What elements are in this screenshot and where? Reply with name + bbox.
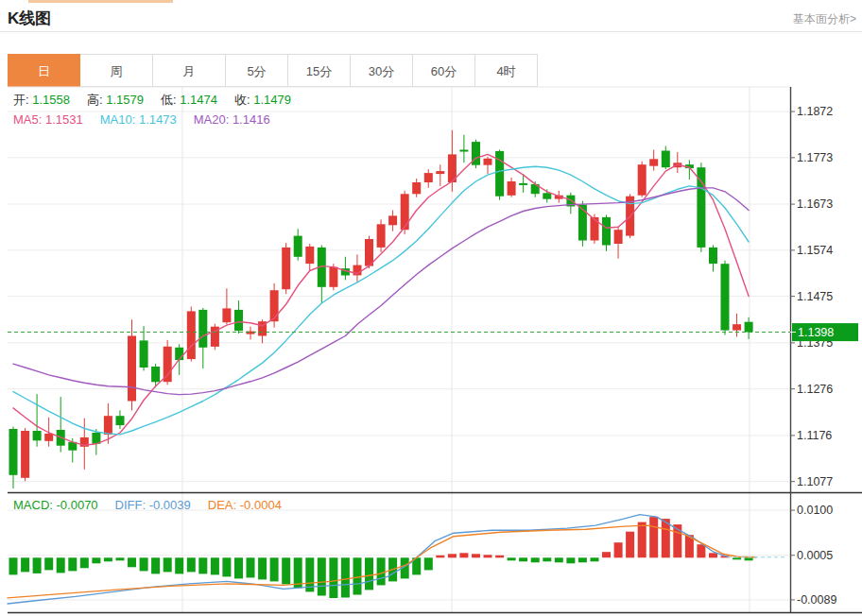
candle-body [377, 224, 386, 248]
macd-hist-bar [318, 557, 326, 595]
info-item: 收: 1.1479 [234, 93, 291, 107]
macd-hist-bar [733, 557, 741, 559]
macd-hist-bar [234, 557, 243, 578]
macd-hist-bar [175, 557, 183, 573]
candle-body [21, 431, 29, 478]
candle-body [401, 194, 409, 230]
macd-hist-bar [104, 557, 112, 561]
macd-hist-bar [602, 552, 611, 557]
ma-info-row: MA5: 1.1531MA10: 1.1473MA20: 1.1416 [13, 112, 287, 127]
candle-body [412, 182, 421, 194]
price-tick-label: 1.1475 [797, 290, 833, 303]
macd-hist-bar [247, 557, 255, 577]
info-item: MA5: 1.1531 [13, 112, 83, 127]
candle-body [709, 248, 717, 264]
macd-hist-bar [745, 557, 753, 560]
candle-body [294, 236, 302, 257]
ma20-line [13, 188, 749, 395]
candle-body [614, 230, 623, 244]
candle-body [9, 429, 18, 475]
macd-hist-bar [140, 557, 148, 571]
candle-body [436, 171, 444, 174]
macd-hist-bar [270, 557, 279, 581]
price-tick-label: 1.1176 [797, 429, 832, 442]
macd-hist-bar [638, 522, 646, 558]
macd-hist-bar [519, 557, 527, 561]
candle-body [508, 181, 516, 196]
macd-hist-bar [365, 557, 373, 590]
macd-hist-bar [341, 557, 350, 597]
macd-hist-bar [128, 557, 136, 567]
kline-page: { "header": { "title": "K线图", "link": "基… [0, 0, 862, 616]
macd-hist-bar [508, 557, 516, 560]
candle-body [591, 217, 599, 241]
macd-hist-bar [80, 557, 89, 568]
macd-tick-label: -0.0089 [797, 593, 836, 607]
macd-hist-bar [164, 557, 172, 572]
price-tick-label: 1.1574 [797, 244, 833, 257]
macd-hist-bar [459, 553, 468, 557]
candle-body [745, 322, 753, 333]
macd-hist-bar [329, 557, 337, 598]
price-tick-label: 1.1872 [797, 105, 833, 118]
macd-hist-bar [591, 557, 599, 561]
candle-body [602, 217, 611, 246]
macd-hist-bar [566, 557, 575, 563]
macd-hist-bar [44, 557, 53, 570]
candle-body [329, 267, 337, 287]
candle-body [649, 159, 658, 165]
candle-body [697, 167, 705, 248]
info-item: MACD: -0.0070 [13, 498, 98, 512]
candle-body [151, 367, 160, 382]
macd-hist-bar [68, 557, 77, 571]
ma5-line [13, 154, 749, 445]
macd-hist-bar [377, 557, 386, 585]
macd-hist-bar [116, 557, 125, 560]
macd-hist-bar [649, 517, 658, 557]
candle-body [140, 340, 148, 368]
info-item: 高: 1.1579 [87, 93, 144, 107]
candle-body [484, 159, 492, 165]
candle-body [721, 264, 730, 330]
macd-hist-bar [472, 554, 480, 557]
last-price-label: 1.1398 [798, 326, 834, 339]
candle-body [33, 431, 42, 440]
candle-body [234, 310, 243, 331]
candle-body [388, 215, 397, 225]
macd-hist-bar [33, 557, 42, 573]
macd-hist-bar [484, 555, 492, 557]
macd-hist-bar [211, 557, 219, 574]
macd-hist-bar [258, 557, 267, 579]
macd-hist-bar [198, 557, 207, 573]
candle-body [365, 239, 373, 266]
macd-hist-bar [697, 544, 705, 557]
candle-body [543, 193, 551, 198]
macd-info-row: MACD: -0.0070DIFF: -0.0039DEA: -0.0004 [13, 498, 299, 512]
candle-body [222, 308, 231, 322]
macd-hist-bar [21, 557, 29, 572]
macd-tick-label: 0.0100 [797, 504, 833, 517]
candle-body [733, 324, 741, 330]
macd-hist-bar [222, 557, 231, 576]
macd-hist-bar [92, 557, 100, 563]
macd-hist-bar [436, 556, 444, 558]
info-item: 开: 1.1558 [13, 93, 70, 107]
candle-body [247, 332, 255, 334]
price-tick-label: 1.1773 [797, 151, 833, 164]
candle-body [519, 183, 527, 185]
macd-hist-bar [495, 556, 504, 558]
candle-body [44, 434, 53, 441]
info-item: MA10: 1.1473 [100, 112, 177, 127]
info-item: MA20: 1.1416 [194, 112, 270, 127]
candle-body [282, 248, 290, 289]
candle-body [187, 311, 196, 359]
macd-hist-bar [578, 557, 587, 562]
candle-body [270, 290, 279, 321]
ohlc-info-row: 开: 1.1558高: 1.1579低: 1.1474收: 1.1479 [13, 92, 308, 109]
macd-hist-bar [531, 557, 540, 562]
macd-hist-bar [424, 557, 433, 570]
candle-body [459, 150, 468, 152]
macd-hist-bar [9, 557, 18, 574]
candle-body [638, 164, 646, 196]
candle-body [424, 173, 433, 182]
